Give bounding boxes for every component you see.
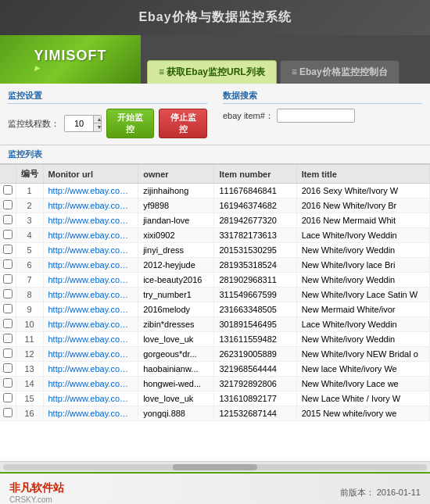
row-url[interactable]: http://www.ebay.com/... — [43, 213, 138, 228]
row-owner: love_love_uk — [138, 391, 214, 406]
row-owner: ice-beauty2016 — [138, 273, 214, 288]
row-owner: zibin*dresses — [138, 317, 214, 332]
row-checkbox[interactable] — [3, 274, 13, 284]
scrollbar-thumb[interactable] — [173, 464, 257, 470]
row-url[interactable]: http://www.ebay.com/... — [43, 347, 138, 362]
table-row: 8 http://www.ebay.com/... try_number1 31… — [0, 288, 430, 302]
row-checkbox-cell[interactable] — [0, 198, 16, 213]
row-id: 7 — [16, 273, 43, 288]
row-checkbox-cell[interactable] — [0, 347, 16, 362]
row-checkbox[interactable] — [3, 185, 13, 195]
footer: 非凡软件站 CRSKY.com 前版本： 2016-01-11 — [0, 472, 430, 504]
row-url[interactable]: http://www.ebay.com/... — [43, 302, 138, 317]
col-id: 编号 — [16, 165, 43, 184]
thread-count-spinner[interactable]: ▲ ▼ — [64, 115, 102, 132]
tab-get-url[interactable]: ≡ 获取Ebay监控URL列表 — [147, 60, 277, 84]
row-checkbox-cell[interactable] — [0, 213, 16, 228]
logo-name: YIMISOFT — [34, 48, 107, 64]
thread-count-input[interactable] — [65, 117, 93, 130]
row-checkbox[interactable] — [3, 304, 13, 313]
row-id: 12 — [16, 347, 43, 362]
row-checkbox-cell[interactable] — [0, 317, 16, 332]
row-checkbox[interactable] — [3, 200, 13, 209]
row-item-title: New White/ivory Weddin — [296, 243, 429, 258]
row-checkbox-cell[interactable] — [0, 302, 16, 317]
row-id: 15 — [16, 391, 43, 406]
row-checkbox-cell[interactable] — [0, 406, 16, 421]
row-url[interactable]: http://www.ebay.com/... — [43, 377, 138, 391]
row-url[interactable]: http://www.ebay.com/... — [43, 362, 138, 377]
stop-monitor-button[interactable]: 停止监控 — [159, 109, 207, 138]
row-checkbox[interactable] — [3, 215, 13, 224]
table-row: 15 http://www.ebay.com/... love_love_uk … — [0, 391, 430, 406]
row-checkbox-cell[interactable] — [0, 377, 16, 391]
row-item-number: 201531530295 — [214, 243, 296, 258]
row-checkbox[interactable] — [3, 363, 13, 373]
table-row: 16 http://www.ebay.com/... yongqi.888 12… — [0, 406, 430, 421]
col-item-title: Item title — [296, 165, 429, 184]
row-checkbox[interactable] — [3, 334, 13, 343]
row-url[interactable]: http://www.ebay.com/... — [43, 228, 138, 243]
row-owner: 2012-heyjude — [138, 258, 214, 273]
table-row: 11 http://www.ebay.com/... love_love_uk … — [0, 332, 430, 347]
row-owner: zijinhaihong — [138, 184, 214, 198]
row-checkbox-cell[interactable] — [0, 362, 16, 377]
row-url[interactable]: http://www.ebay.com/... — [43, 332, 138, 347]
monitor-table-container[interactable]: 编号 Monitor url owner Item number Item ti… — [0, 164, 430, 461]
col-item-number: Item number — [214, 165, 296, 184]
row-checkbox[interactable] — [3, 289, 13, 298]
row-checkbox-cell[interactable] — [0, 258, 16, 273]
row-owner: yf9898 — [138, 198, 214, 213]
row-checkbox[interactable] — [3, 259, 13, 269]
spin-up-button[interactable]: ▲ — [94, 116, 102, 123]
row-checkbox[interactable] — [3, 349, 13, 358]
table-row: 4 http://www.ebay.com/... xixi0902 33178… — [0, 228, 430, 243]
row-checkbox[interactable] — [3, 319, 13, 328]
row-checkbox-cell[interactable] — [0, 288, 16, 302]
row-owner: try_number1 — [138, 288, 214, 302]
table-row: 3 http://www.ebay.com/... jiandan-love 2… — [0, 213, 430, 228]
row-url[interactable]: http://www.ebay.com/... — [43, 406, 138, 421]
row-url[interactable]: http://www.ebay.com/... — [43, 243, 138, 258]
monitor-table: 编号 Monitor url owner Item number Item ti… — [0, 165, 430, 421]
row-checkbox-cell[interactable] — [0, 391, 16, 406]
row-checkbox[interactable] — [3, 245, 13, 254]
row-url[interactable]: http://www.ebay.com/... — [43, 184, 138, 198]
tab-monitor-console[interactable]: ≡ Ebay价格监控控制台 — [280, 60, 400, 84]
row-checkbox-cell[interactable] — [0, 243, 16, 258]
row-url[interactable]: http://www.ebay.com/... — [43, 288, 138, 302]
footer-logo: 非凡软件站 CRSKY.com — [9, 481, 64, 504]
horizontal-scrollbar[interactable] — [0, 461, 430, 472]
start-monitor-button[interactable]: 开始监控 — [106, 109, 155, 138]
row-checkbox-cell[interactable] — [0, 273, 16, 288]
version-label: 前版本： — [340, 488, 374, 497]
row-checkbox[interactable] — [3, 378, 13, 388]
row-owner: haobainianw... — [138, 362, 214, 377]
row-checkbox-cell[interactable] — [0, 228, 16, 243]
row-url[interactable]: http://www.ebay.com/... — [43, 198, 138, 213]
row-url[interactable]: http://www.ebay.com/... — [43, 317, 138, 332]
row-id: 14 — [16, 377, 43, 391]
controls-area: 监控设置 监控线程数： ▲ ▼ 开始监控 停止监控 数据搜索 ebay item… — [0, 84, 430, 145]
monitor-settings-title: 监控设置 — [8, 90, 207, 104]
row-item-title: New White/Ivory lace Bri — [296, 258, 429, 273]
row-checkbox[interactable] — [3, 230, 13, 239]
row-id: 3 — [16, 213, 43, 228]
row-checkbox[interactable] — [3, 393, 13, 402]
row-checkbox-cell[interactable] — [0, 184, 16, 198]
row-url[interactable]: http://www.ebay.com/... — [43, 391, 138, 406]
row-owner: jiandan-love — [138, 213, 214, 228]
spin-down-button[interactable]: ▼ — [94, 123, 102, 131]
row-url[interactable]: http://www.ebay.com/... — [43, 273, 138, 288]
row-item-title: 2016 New Mermaid Whit — [296, 213, 429, 228]
row-checkbox[interactable] — [3, 408, 13, 417]
table-row: 10 http://www.ebay.com/... zibin*dresses… — [0, 317, 430, 332]
row-item-title: New White/Ivory NEW Bridal o — [296, 347, 429, 362]
scrollbar-track[interactable] — [3, 464, 427, 470]
row-url[interactable]: http://www.ebay.com/... — [43, 258, 138, 273]
search-label: ebay item#： — [223, 110, 274, 122]
search-input[interactable] — [277, 109, 355, 123]
row-checkbox-cell[interactable] — [0, 332, 16, 347]
spin-buttons: ▲ ▼ — [93, 116, 102, 131]
row-id: 9 — [16, 302, 43, 317]
